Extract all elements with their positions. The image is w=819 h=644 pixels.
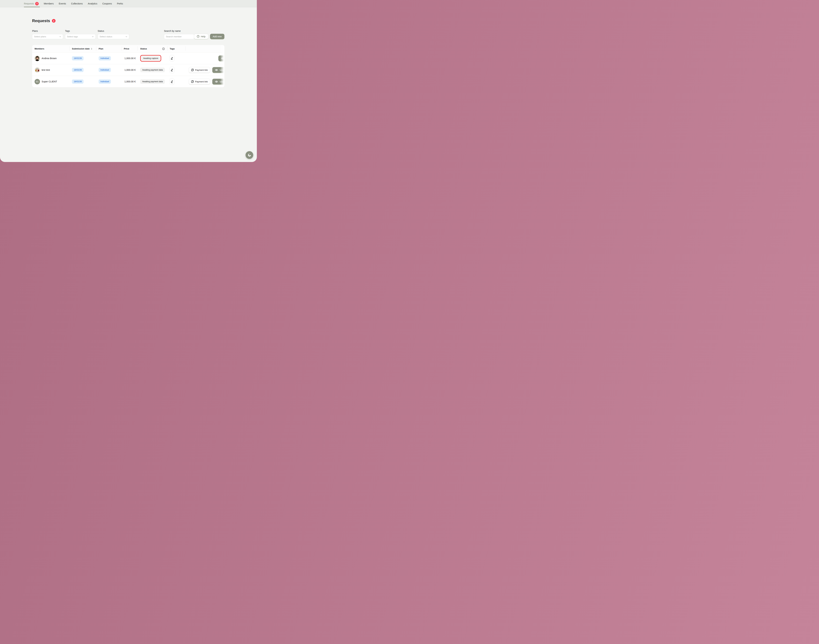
avatar-initials: SC [35,79,40,84]
submission-date-cell: 16/02/26 [70,64,96,76]
plan-chip: Individuel [99,56,111,60]
nav-tab-label: Members [44,2,54,5]
tags-select-placeholder: Select tags [67,35,78,38]
avatar [35,67,40,73]
nav-tab-label: Perks [117,2,123,5]
column-header-tags: Tags [167,45,186,52]
avatar-portrait-image [35,56,40,61]
actions-cell: Payment link View [186,76,224,87]
chevron-down-icon [59,36,61,37]
eye-icon [215,69,218,71]
page-count-badge: 3 [52,19,55,23]
add-new-button[interactable]: Add new [210,34,224,39]
page-head: Requests 3 [32,18,224,23]
status-badge: Awaiting payment data [140,67,165,72]
price-cell: 1,000.00 € [122,76,138,87]
view-button[interactable]: View [212,79,224,84]
tags-cell [167,52,186,64]
view-button[interactable]: View [218,55,224,61]
eye-icon [215,80,218,83]
edit-tags-button[interactable] [170,67,174,73]
page-title: Requests [32,18,50,23]
date-chip: 16/02/26 [72,56,84,60]
avatar-document-image [35,67,40,73]
column-header-plan: Plan [96,45,122,52]
column-label: Tags [170,48,175,50]
add-new-button-label: Add new [213,35,222,38]
status-cell: Awaiting capture [138,52,167,64]
nav-tab-events[interactable]: Events [59,0,66,7]
tags-cell [167,76,186,87]
column-header-price: Price [122,45,138,52]
nav-tab-members[interactable]: Members [44,0,54,7]
payment-link-button[interactable]: Payment link [189,79,210,84]
pencil-icon [171,57,173,60]
help-button[interactable]: Help [194,34,209,39]
chevron-down-icon [92,36,94,37]
nav-tab-coupons[interactable]: Coupons [103,0,112,7]
help-button-label: Help [201,35,206,38]
member[interactable]: SC Super CLIENT [35,79,57,84]
header-buttons: Help Add new [194,34,224,39]
tags-filter: Tags Select tags [65,30,96,39]
edit-tags-button[interactable] [170,55,174,61]
submission-date-cell: 16/02/26 [70,76,96,87]
nav-tab-label: Requests [24,2,34,5]
eye-icon [221,57,224,60]
nav-tab-requests[interactable]: Requests 3 [24,0,39,7]
column-header-submission-date[interactable]: Submission date [70,45,96,52]
column-header-members: Members [32,45,70,52]
price-value: 1,000.00 € [124,57,136,60]
member-name[interactable]: Super CLIENT [41,80,57,83]
member-name[interactable]: test test [41,69,50,71]
avatar [35,56,40,61]
table-row: Andrea Brown 16/02/26 Individuel 1,000.0… [32,52,224,64]
status-select-placeholder: Select status [100,35,112,38]
tags-select[interactable]: Select tags [65,34,96,39]
edit-tags-button[interactable] [170,78,174,85]
member-cell: test test [32,64,70,76]
column-header-actions [186,45,224,52]
member[interactable]: Andrea Brown [35,56,57,61]
plan-cell: Individuel [96,64,122,76]
plans-select[interactable]: Select plans [32,34,63,39]
plan-chip: Individuel [99,80,111,84]
table-header: Members Submission date Plan Price Statu… [32,45,224,52]
page-content: Requests 3 Plans Select plans Tags Selec… [32,18,224,87]
actions-cell: View [186,52,224,64]
column-label: Members [35,48,44,50]
plan-cell: Individuel [96,52,122,64]
search-input[interactable] [164,34,194,39]
column-label: Plan [99,48,103,50]
question-circle-icon [197,35,199,38]
floating-assistant-button[interactable] [245,151,253,159]
member-cell: Andrea Brown [32,52,70,64]
table-row: test test 16/02/26 Individuel 1,000.00 €… [32,64,224,76]
price-value: 1,000.00 € [124,80,136,83]
payment-link-button[interactable]: Payment link [189,67,210,73]
payment-link-button-label: Payment link [195,69,208,71]
nav-tab-collections[interactable]: Collections [71,0,83,7]
tags-cell [167,64,186,76]
status-filter: Status Select status [98,30,129,39]
info-icon[interactable] [162,48,165,50]
annotation-highlight-box: Awaiting capture [140,55,161,61]
nav-tab-label: Analytics [88,2,97,5]
member-name[interactable]: Andrea Brown [41,57,57,60]
sort-icon[interactable] [91,48,92,50]
status-filter-label: Status [98,30,129,32]
view-button-label: View [219,80,224,83]
column-label: Status [140,48,147,50]
column-label: Price [124,48,129,50]
brand-logo-icon [247,153,252,157]
chevron-down-icon [126,36,127,37]
nav-tab-label: Collections [71,2,83,5]
plans-filter: Plans Select plans [32,30,63,39]
nav-tab-perks[interactable]: Perks [117,0,123,7]
payment-link-button-label: Payment link [195,80,208,83]
view-button[interactable]: View [212,67,224,73]
member[interactable]: test test [35,67,50,73]
nav-tab-label: Coupons [103,2,112,5]
status-select[interactable]: Select status [98,34,129,39]
nav-tab-analytics[interactable]: Analytics [88,0,97,7]
